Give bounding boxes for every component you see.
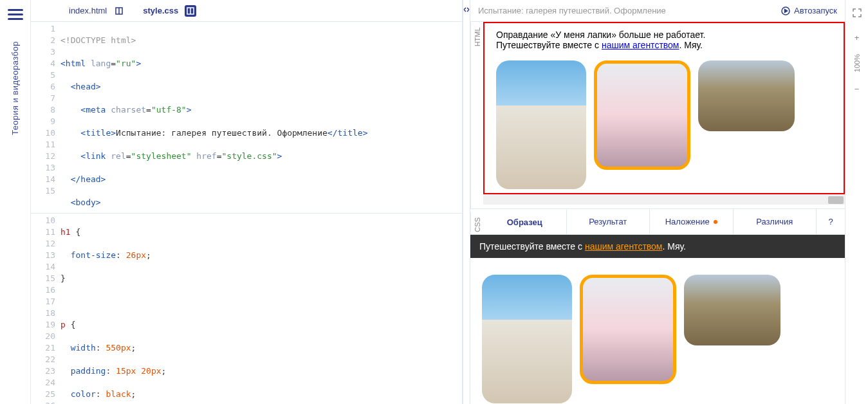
autorun-toggle[interactable]: Автозапуск (781, 6, 837, 15)
preview-header: Испытание: галерея путешествий. Оформлен… (470, 0, 845, 22)
tab-help[interactable]: ? (817, 209, 845, 234)
line-gutter: 1011121314151617181920212223242526272829 (31, 214, 60, 405)
overlay-indicator-dot (714, 220, 717, 224)
editor-pane-css[interactable]: 1011121314151617181920212223242526272829… (31, 214, 462, 405)
image-greece (482, 275, 572, 403)
image-japan (580, 275, 676, 384)
agency-link[interactable]: нашим агентством (585, 241, 663, 252)
tab-sample[interactable]: Образец (483, 209, 567, 234)
preview-render-bottom[interactable]: Путешествуйте вместе с нашим агентством.… (470, 235, 845, 404)
image-greece (496, 60, 586, 189)
horizontal-scrollbar[interactable] (483, 194, 845, 205)
expand-icon[interactable] (849, 5, 865, 21)
tab-index-html[interactable]: index.html (60, 0, 134, 21)
code-html[interactable]: <!DOCTYPE html> <html lang="ru"> <head> … (60, 22, 462, 213)
rendered-text: Оправдание «У меня лапки» больше не рабо… (496, 30, 832, 50)
lang-label-html: HTML (470, 22, 483, 208)
code-css[interactable]: h1 { font-size: 26px; } p { width: 550px… (60, 214, 462, 405)
tab-style-css[interactable]: style.css (134, 0, 205, 21)
autorun-label: Автозапуск (794, 6, 837, 15)
tab-overlay[interactable]: Наложение (650, 209, 734, 234)
tab-result[interactable]: Результат (567, 209, 651, 234)
vertical-splitter[interactable] (463, 0, 470, 404)
gallery-row (482, 275, 833, 403)
editor-pane-html[interactable]: 123456789101112131415 <!DOCTYPE html> <h… (31, 22, 462, 214)
zoom-level: 100% (853, 54, 861, 72)
editor-tabs: index.html style.css (31, 0, 462, 22)
split-icon[interactable] (113, 5, 125, 17)
line-gutter: 123456789101112131415 (31, 22, 60, 213)
gallery-row (496, 60, 832, 189)
editor-area: index.html style.css 1234567891011121314… (31, 0, 463, 404)
tab-label: index.html (69, 6, 107, 15)
preview-title: Испытание: галерея путешествий. Оформлен… (478, 6, 781, 15)
tab-label: style.css (143, 6, 178, 15)
sidebar-label[interactable]: Теория и видеоразбор (10, 41, 20, 135)
agency-link[interactable]: нашим агентством (602, 40, 679, 50)
rendered-dark-strip: Путешествуйте вместе с нашим агентством.… (470, 235, 845, 258)
lang-label-css: CSS (470, 212, 483, 232)
tab-diff[interactable]: Различия (734, 209, 817, 234)
zoom-out-button[interactable]: − (849, 81, 865, 96)
image-japan (594, 60, 690, 170)
image-turkey (684, 275, 780, 345)
menu-toggle-icon[interactable] (8, 6, 23, 22)
split-icon[interactable] (185, 5, 196, 17)
preview-render-top[interactable]: Оправдание «У меня лапки» больше не рабо… (483, 22, 845, 208)
compare-tabs: CSS Образец Результат Наложение Различия… (470, 209, 845, 235)
zoom-in-button[interactable]: + (849, 30, 865, 45)
image-turkey (698, 60, 795, 131)
right-rail: + 100% − (845, 0, 868, 404)
